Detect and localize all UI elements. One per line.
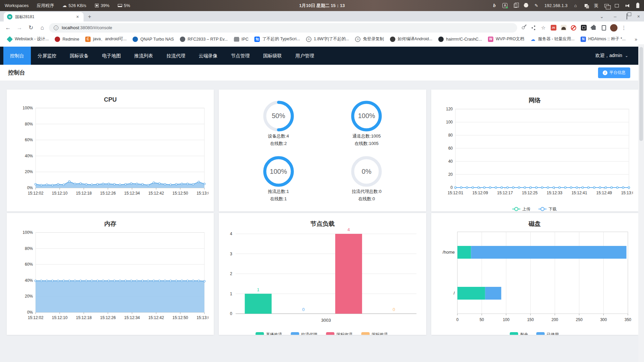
home-tray-icon[interactable]: ⌂ [573,3,578,9]
svg-text:0: 0 [456,317,458,322]
svg-text:15:12:50: 15:12:50 [172,315,188,320]
password-key-icon[interactable] [519,24,527,32]
workspace-switcher-icon[interactable] [584,3,588,9]
memory-card: 内存 0%20%40%60%80%100%15:12:0215:12:1015:… [7,213,214,335]
nav-item-2[interactable]: 分屏监控 [31,47,63,65]
svg-text:40%: 40% [25,278,33,283]
back-button[interactable]: ← [3,23,13,33]
svg-text:0: 0 [230,311,233,316]
nav-item-10[interactable]: 用户管理 [289,47,321,65]
bookmark-item[interactable]: WWVP-PRO文档 [485,35,527,43]
bookmark-label: RFC2833 – RTP Ev... [188,37,228,42]
bookmark-item[interactable]: ☁服务器 - 轻量应用... [527,35,578,43]
screenshot-pen-icon[interactable]: ✎ [534,3,539,9]
svg-text:0: 0 [302,307,305,312]
bookmark-item[interactable]: Cjava、android可... [82,35,130,43]
bookmarks-overflow-icon[interactable]: » [632,37,640,42]
bookmark-item[interactable]: ◎1.8W字|了不起的... [303,35,352,43]
bookmark-item[interactable]: 如何编译Android... [387,35,436,43]
home-button[interactable]: ⌂ [38,23,47,33]
extension-hat-icon[interactable] [559,24,567,32]
svg-text:15:12:01: 15:12:01 [447,191,463,195]
svg-text:0%: 0% [27,186,33,190]
svg-text:剩余: 剩余 [520,332,528,335]
page-scrollbar[interactable] [638,44,644,362]
bookmark-item[interactable]: Redmine [52,35,82,43]
svg-text:0: 0 [450,185,453,190]
ip-address-indicator[interactable]: 192.168.1.3 [544,3,567,8]
forward-button[interactable]: → [15,23,24,33]
browser-tab[interactable]: w 国标28181 × [4,12,84,21]
nav-item-3[interactable]: 国标设备 [63,47,95,65]
bookmark-item[interactable]: NHDAtmos :: 种子 *... [578,35,629,43]
extensions-puzzle-icon[interactable] [590,24,598,32]
svg-text:80%: 80% [25,246,33,251]
browser-tab-strip: w 国标28181 × + ⌄ – × [0,11,644,21]
tab-search-icon[interactable]: ⌄ [600,14,604,19]
svg-text:1: 1 [257,287,259,292]
bookmark-favicon [55,37,60,42]
svg-text:0%: 0% [27,310,33,315]
svg-text:40%: 40% [25,154,33,158]
nav-item-9[interactable]: 国标级联 [256,47,289,65]
dual-screen-icon[interactable] [604,3,609,9]
extension-dark-icon[interactable] [580,24,588,32]
nav-item-8[interactable]: 节点管理 [224,47,256,65]
site-info-icon[interactable]: i [54,25,58,30]
network-chart: 02040608010012015:12:0115:12:0915:12:171… [437,104,633,211]
bookmark-item[interactable]: Webstack - 设计... [4,35,52,43]
translate-tray-icon[interactable]: A [502,3,507,9]
bookmark-item[interactable]: hairrrrr/C-CrashC... [435,35,485,43]
reload-button[interactable]: ↻ [26,23,36,33]
bookmark-label: 服务器 - 轻量应用... [538,36,575,42]
svg-text:国标收流: 国标收流 [337,332,353,335]
workspaces-button[interactable]: Workspaces [5,3,29,8]
nav-item-4[interactable]: 电子地图 [95,47,128,65]
bookmark-item[interactable]: IPC [231,35,252,43]
bing-tray-icon[interactable]: b [492,3,497,9]
platform-info-button[interactable]: i 平台信息 [598,67,630,78]
cpu-chart: 0%20%40%60%80%100%15:12:0215:12:1015:12:… [12,103,208,204]
disk-card: 磁盘 050100150200250300350/home/剩余已使用 [431,213,638,335]
nav-item-6[interactable]: 拉流代理 [160,47,192,65]
address-bar[interactable]: i localhost:38080/#/console [49,23,517,33]
svg-text:15:12:02: 15:12:02 [28,191,44,196]
nav-item-7[interactable]: 云端录像 [192,47,224,65]
input-method-indicator[interactable]: 英 [594,3,598,9]
bookmark-star-icon[interactable]: ☆ [539,24,547,32]
nav-item-1[interactable]: 控制台 [3,47,31,65]
nav-item-5[interactable]: 推流列表 [128,47,160,65]
tab-title: 国标28181 [15,14,72,20]
bookmark-item[interactable]: ◎免登录复制 [352,35,387,43]
user-menu[interactable]: 欢迎，admin ⌄ [595,53,638,59]
screen-icon[interactable] [614,3,619,9]
bookmark-label: 1.8W字|了不起的... [314,36,349,42]
extension-js-icon[interactable]: JS [549,24,557,32]
profile-avatar[interactable] [610,24,618,32]
bookmark-favicon [180,37,185,42]
share-icon[interactable] [529,24,537,32]
battery-icon[interactable] [635,3,640,9]
stats-rings-card: 50% 设备总数:4 在线数:2 100% 通道总数:1005 在线数:1005… [219,90,426,211]
extension-panel-icon[interactable] [600,24,608,32]
svg-text:/: / [453,291,455,296]
memory-usage-indicator[interactable]: 5% [117,3,130,9]
window-close-button[interactable]: × [637,14,640,19]
new-tab-button[interactable]: + [85,12,94,21]
bookmark-item[interactable]: QNAP Turbo NAS [130,35,177,43]
volume-icon[interactable] [625,3,630,9]
bookmark-item[interactable]: RFC2833 – RTP Ev... [177,35,231,43]
network-speed-indicator[interactable]: ☁ 526 KB/s [62,3,86,9]
url-path: :38080/#/console [79,25,112,30]
applications-menu[interactable]: 应用程序 [37,3,54,9]
clipboard-tray-icon[interactable] [513,3,518,9]
browser-menu-icon[interactable]: ⋮ [620,24,628,32]
tab-close-icon[interactable]: × [75,14,80,19]
window-restore-button[interactable] [627,14,627,19]
cpu-usage-indicator[interactable]: 39% [94,3,109,9]
extension-blocker-icon[interactable] [569,24,578,32]
window-minimize-button[interactable]: – [614,14,616,19]
bookmark-item[interactable]: 知了不起的 TypeScri... [251,35,303,43]
pot-tray-icon[interactable] [524,3,528,9]
channel-count-ring: 100% 通道总数:1005 在线数:1005 [323,96,411,151]
